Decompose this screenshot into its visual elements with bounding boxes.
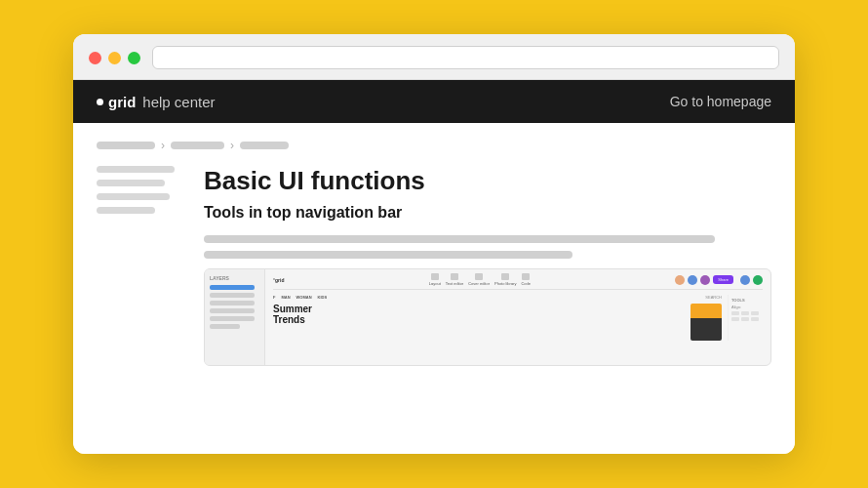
sidebar-line-1	[97, 166, 175, 173]
breadcrumb-segment-3	[240, 142, 289, 149]
preview-nav-man: MAN	[281, 295, 290, 300]
article-preview-image: LAYERS °grid	[204, 268, 771, 366]
maximize-button[interactable]	[128, 52, 140, 64]
preview-tool-block-2	[741, 311, 749, 315]
preview-icon-2	[753, 275, 763, 285]
browser-chrome	[73, 34, 795, 80]
sidebar-line-3	[97, 193, 170, 200]
article-subtitle: Tools in top navigation bar	[204, 204, 771, 222]
traffic-lights	[89, 52, 140, 64]
code-icon	[522, 273, 530, 280]
preview-nav-items: Layout Text editor Cover editor	[429, 273, 531, 286]
preview-share-button[interactable]: Share	[713, 275, 733, 284]
sidebar-skeleton	[97, 166, 184, 366]
main-layout: Basic UI functions Tools in top navigati…	[97, 166, 771, 366]
preview-layers-panel: LAYERS	[205, 269, 265, 365]
preview-avatar-1	[675, 275, 685, 285]
preview-layer-section2	[210, 324, 240, 329]
preview-tools-panel: TOOLS Align:	[728, 295, 763, 341]
preview-nav-photo-library: Photo library	[494, 273, 516, 286]
chevron-icon-1: ›	[161, 139, 165, 152]
preview-logo: °grid	[273, 277, 284, 283]
preview-layer-heading	[210, 293, 255, 298]
preview-nav-layout: Layout	[429, 273, 441, 286]
logo: grid help center	[97, 94, 216, 110]
preview-align-label: Align:	[731, 305, 760, 309]
preview-canvas-content: SummerTrends	[273, 304, 722, 341]
preview-layer-testimonial	[210, 316, 255, 321]
preview-nav-f: F	[273, 295, 275, 300]
preview-tools-title: TOOLS	[731, 298, 760, 303]
app-navbar: grid help center Go to homepage	[73, 80, 795, 123]
breadcrumb-segment-1	[97, 142, 155, 149]
preview-tool-block-3	[751, 311, 759, 315]
preview-layer-menu	[210, 285, 255, 290]
preview-layers-title: LAYERS	[210, 275, 259, 281]
cover-editor-icon	[475, 273, 483, 280]
layout-icon	[431, 273, 439, 280]
preview-tool-block-1	[731, 311, 739, 315]
close-button[interactable]	[89, 52, 101, 64]
preview-canvas-nav: F MAN WOMAN KIDS SEARCH	[273, 295, 722, 300]
preview-layer-entry	[210, 308, 255, 313]
preview-icon-1	[740, 275, 750, 285]
breadcrumb: › ›	[97, 139, 771, 152]
content-line-2	[204, 251, 572, 259]
chevron-icon-2: ›	[230, 139, 234, 152]
preview-title: SummerTrends	[273, 304, 686, 325]
text-editor-icon	[451, 273, 458, 280]
preview-top-nav: °grid Layout Text editor	[273, 273, 763, 290]
sidebar-line-2	[97, 180, 165, 186]
preview-tool-block-4	[731, 317, 739, 321]
logo-subtitle: help center	[142, 94, 215, 110]
preview-nav-kids: KIDS	[318, 295, 328, 300]
preview-tool-row-2	[731, 317, 760, 321]
preview-nav-woman: WOMAN	[296, 295, 312, 300]
logo-dot-icon	[97, 99, 103, 105]
preview-avatar-3	[700, 275, 710, 285]
minimize-button[interactable]	[108, 52, 121, 64]
preview-tool-block-5	[741, 317, 749, 321]
preview-main-area: °grid Layout Text editor	[265, 269, 770, 365]
preview-model-image	[690, 304, 722, 341]
preview-nav-text-editor: Text editor	[446, 273, 463, 286]
preview-canvas-area: F MAN WOMAN KIDS SEARCH SummerTrends	[273, 295, 722, 341]
preview-tool-row-1	[731, 311, 760, 315]
content-line-1	[204, 235, 715, 243]
preview-nav-cover-editor: Cover editor	[468, 273, 490, 286]
browser-window: grid help center Go to homepage › ›	[73, 34, 795, 454]
article-content: Basic UI functions Tools in top navigati…	[204, 166, 771, 366]
preview-layer-buttons	[210, 301, 255, 305]
article-title: Basic UI functions	[204, 166, 771, 196]
preview-content-area: F MAN WOMAN KIDS SEARCH SummerTrends	[273, 295, 763, 341]
preview-person-figure	[690, 304, 722, 341]
preview-nav-code: Code	[521, 273, 531, 286]
photo-library-icon	[501, 273, 509, 280]
content-area: › › Basic UI functions Tools in top navi…	[73, 123, 795, 454]
breadcrumb-segment-2	[171, 142, 224, 149]
preview-avatar-2	[688, 275, 697, 285]
go-homepage-link[interactable]: Go to homepage	[670, 94, 771, 109]
address-bar[interactable]	[152, 46, 779, 69]
preview-search-label: SEARCH	[705, 295, 722, 300]
preview-tool-block-6	[751, 317, 759, 321]
preview-actions: Share	[675, 275, 763, 285]
logo-brand: grid	[108, 94, 136, 110]
sidebar-line-4	[97, 207, 155, 214]
preview-summer-trends-text: SummerTrends	[273, 304, 686, 325]
preview-inner: LAYERS °grid	[205, 269, 770, 365]
